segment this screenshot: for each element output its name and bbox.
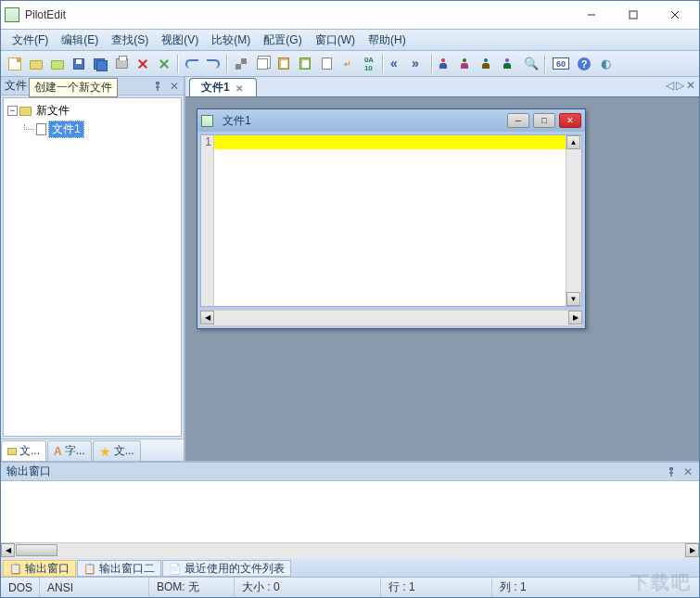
horizontal-scrollbar[interactable]: ◀ ▶: [200, 310, 582, 325]
undo-button[interactable]: [182, 54, 202, 74]
status-encoding[interactable]: ANSI: [40, 578, 149, 597]
tab-prev-button[interactable]: ◁: [666, 79, 674, 92]
menu-compare[interactable]: 比较(M): [206, 31, 256, 50]
mdi-window[interactable]: 文件1 ─ □ ✕ 1: [197, 108, 586, 329]
print-icon: [116, 58, 128, 69]
titlebar[interactable]: PilotEdit: [1, 1, 699, 29]
scroll-right-button[interactable]: ▶: [685, 543, 699, 557]
status-line: 行 : 1: [381, 578, 492, 597]
paste-button[interactable]: [274, 54, 294, 74]
tree-child[interactable]: 文件1: [24, 120, 177, 139]
sidebar-header[interactable]: 文件 创建一个新文件 ✕: [1, 77, 184, 95]
word-wrap-icon: ↵: [344, 59, 351, 69]
redo-button[interactable]: [203, 54, 223, 74]
mdi-container[interactable]: 文件1 ─ □ ✕ 1: [185, 97, 699, 461]
merge-button[interactable]: [478, 54, 499, 74]
scroll-down-button[interactable]: ▼: [566, 292, 580, 306]
close-all-button[interactable]: [154, 54, 174, 74]
open-folder-button[interactable]: [47, 54, 68, 74]
print-button[interactable]: [111, 54, 132, 74]
output-tab-2[interactable]: 📋输出窗口二: [77, 560, 161, 577]
sidebar-tab-chars[interactable]: A字...: [47, 440, 92, 461]
find-button[interactable]: [316, 54, 337, 74]
vertical-scrollbar[interactable]: ▲ ▼: [566, 135, 581, 306]
menu-help[interactable]: 帮助(H): [363, 31, 412, 50]
about-button[interactable]: ◐: [595, 54, 616, 74]
output-tabs: 📋输出窗口 📋输出窗口二 📄最近使用的文件列表: [1, 558, 699, 577]
document-tab[interactable]: 文件1 ✕: [189, 78, 257, 96]
text-editor[interactable]: [214, 135, 566, 306]
word-wrap-button[interactable]: ↵: [337, 54, 358, 74]
sidebar-tab-files[interactable]: 文...: [1, 440, 46, 461]
copy-button[interactable]: [252, 54, 273, 74]
tab-next-button[interactable]: ▷: [676, 79, 684, 92]
output-tab-1[interactable]: 📋输出窗口: [3, 560, 76, 577]
output-title: 输出窗口: [6, 464, 51, 479]
document-tab-label: 文件1: [201, 80, 230, 95]
menu-edit[interactable]: 编辑(E): [56, 31, 104, 50]
menu-find[interactable]: 查找(S): [106, 31, 154, 50]
tab-close-all-button[interactable]: ✕: [686, 79, 695, 92]
mdi-titlebar[interactable]: 文件1 ─ □ ✕: [197, 109, 585, 132]
scroll-thumb[interactable]: [16, 544, 57, 556]
pin-icon[interactable]: [152, 81, 163, 92]
next-icon: [412, 58, 425, 70]
maximize-button[interactable]: [612, 2, 654, 28]
toolbar: ↵ 0A10 🔍 60 ? ◐: [1, 51, 699, 77]
open-button[interactable]: [26, 54, 46, 74]
new-file-button[interactable]: [5, 54, 25, 74]
mdi-maximize-button[interactable]: □: [533, 113, 555, 128]
minimize-button[interactable]: [570, 2, 612, 28]
status-bom: BOM: 无: [149, 578, 235, 597]
menu-file[interactable]: 文件(F): [6, 31, 54, 50]
sort-button[interactable]: [500, 54, 520, 74]
output-tab-recent[interactable]: 📄最近使用的文件列表: [162, 560, 291, 577]
tree-root-label: 新文件: [33, 103, 72, 119]
output-header[interactable]: 输出窗口 ✕: [1, 463, 699, 481]
tree-root[interactable]: − 新文件: [7, 102, 177, 120]
statusbar: DOS ANSI BOM: 无 大小 : 0 行 : 1 列 : 1 下载吧: [1, 577, 699, 597]
output-scrollbar[interactable]: ◀ ▶: [1, 542, 699, 558]
menu-window[interactable]: 窗口(W): [310, 31, 361, 50]
search-files-button[interactable]: 🔍: [521, 54, 541, 74]
menu-config[interactable]: 配置(G): [258, 31, 307, 50]
hex-button[interactable]: 0A10: [359, 54, 379, 74]
tab-nav: ◁ ▷ ✕: [666, 79, 695, 92]
scroll-left-button[interactable]: ◀: [200, 311, 214, 324]
merge-icon: [482, 58, 495, 70]
sidebar-tab-fav[interactable]: ★文...: [93, 440, 141, 461]
close-button[interactable]: [654, 2, 695, 28]
mdi-close-button[interactable]: ✕: [559, 113, 581, 128]
next-button[interactable]: [408, 54, 428, 74]
tab-close-icon[interactable]: ✕: [235, 83, 245, 93]
save-button[interactable]: [69, 54, 89, 74]
ftp-button[interactable]: [436, 54, 456, 74]
separator: [431, 55, 433, 73]
pin-icon[interactable]: [666, 466, 677, 477]
scroll-up-button[interactable]: ▲: [566, 135, 580, 149]
about-icon: ◐: [601, 57, 611, 70]
tree-toggle[interactable]: −: [7, 106, 18, 116]
output-body[interactable]: [1, 481, 699, 542]
scroll-left-button[interactable]: ◀: [1, 543, 15, 557]
compare-button[interactable]: [457, 54, 477, 74]
cut-button[interactable]: [231, 54, 251, 74]
close-file-button[interactable]: [133, 54, 153, 74]
column-mode-button[interactable]: 60: [549, 54, 573, 74]
document-icon: [36, 123, 46, 135]
help-button[interactable]: ?: [574, 54, 594, 74]
paste-special-button[interactable]: [295, 54, 315, 74]
scroll-right-button[interactable]: ▶: [568, 311, 582, 324]
menu-view[interactable]: 视图(V): [156, 31, 204, 50]
prev-button[interactable]: [387, 54, 407, 74]
status-mode[interactable]: DOS: [1, 578, 40, 597]
mdi-minimize-button[interactable]: ─: [507, 113, 529, 128]
save-all-button[interactable]: [90, 54, 110, 74]
app-title: PilotEdit: [25, 8, 570, 21]
output-close-button[interactable]: ✕: [682, 466, 694, 477]
sidebar-close-button[interactable]: ✕: [169, 81, 180, 92]
separator: [382, 55, 384, 73]
tree-child-label: 文件1: [48, 121, 84, 138]
file-tree[interactable]: − 新文件 文件1: [3, 97, 182, 437]
x-green-icon: [159, 58, 170, 70]
